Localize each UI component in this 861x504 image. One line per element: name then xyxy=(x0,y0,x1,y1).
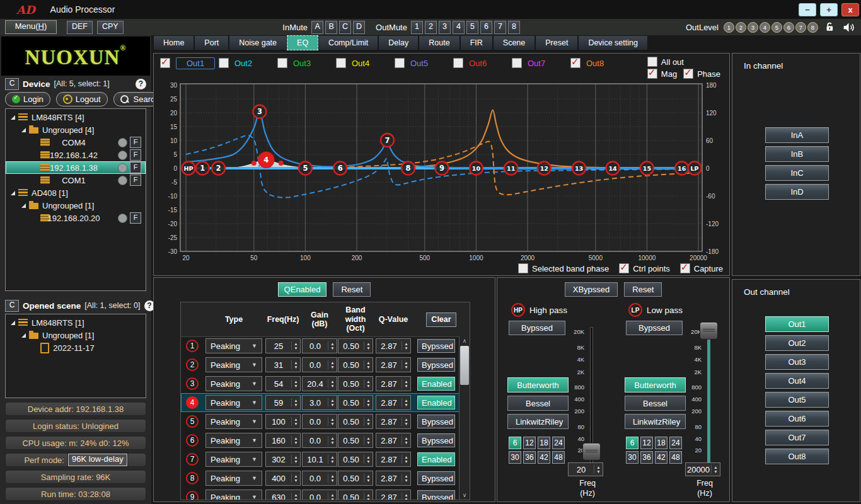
outmute-button-6[interactable]: 6 xyxy=(480,21,492,34)
spin-down-icon[interactable]: ▼ xyxy=(294,403,298,407)
spin-down-icon[interactable]: ▼ xyxy=(294,421,298,426)
freq-stepper[interactable]: 54▲▼ xyxy=(265,376,301,391)
channel-checkbox-out5[interactable] xyxy=(395,58,405,68)
tab-eq[interactable]: EQ xyxy=(287,35,318,50)
minimize-button[interactable]: − xyxy=(799,3,816,16)
eq-ctrl-point-6[interactable]: 6 xyxy=(333,162,347,175)
flag-button[interactable]: F xyxy=(130,162,141,173)
lp-slider-thumb[interactable] xyxy=(700,322,718,340)
tab-home[interactable]: Home xyxy=(153,35,194,50)
spin-up-icon[interactable]: ▲ xyxy=(294,474,298,478)
table-scrollbar[interactable]: ∧ ∨ xyxy=(459,336,470,500)
eq-ctrl-point-12[interactable]: 12 xyxy=(538,162,551,175)
spin-up-icon[interactable]: ▲ xyxy=(404,474,408,478)
xbypssed-button[interactable]: XBypssed xyxy=(565,282,618,297)
spinner-arrows[interactable]: ▲▼ xyxy=(402,474,410,483)
spinner-arrows[interactable]: ▲▼ xyxy=(364,455,373,464)
perf-mode-value[interactable]: 96K low-delay xyxy=(68,454,127,466)
spin-up-icon[interactable]: ▲ xyxy=(404,436,408,440)
outmute-button-1[interactable]: 1 xyxy=(411,21,423,34)
tab-preset[interactable]: Preset xyxy=(535,35,578,50)
tab-port[interactable]: Port xyxy=(194,35,229,50)
bandwidth-stepper[interactable]: 0.50▲▼ xyxy=(338,471,373,486)
spinner-arrows[interactable]: ▲▼ xyxy=(291,379,300,388)
band-state-button[interactable]: Enabled xyxy=(417,377,455,391)
spinner-arrows[interactable]: ▲▼ xyxy=(328,474,337,483)
outlevel-indicator-6[interactable]: 6 xyxy=(783,22,794,33)
spin-down-icon[interactable]: ▼ xyxy=(404,384,408,388)
freq-stepper[interactable]: 630▲▼ xyxy=(265,490,301,500)
device-help-icon[interactable]: ? xyxy=(136,79,146,89)
spinner-arrows[interactable]: ▲▼ xyxy=(328,360,337,369)
tab-device-setting[interactable]: Device setting xyxy=(578,35,648,50)
phase-checkbox[interactable] xyxy=(683,69,693,79)
gain-stepper[interactable]: 3.0▲▼ xyxy=(302,395,337,410)
channel-checkbox-out4[interactable] xyxy=(336,58,346,68)
freq-stepper[interactable]: 400▲▼ xyxy=(265,471,301,486)
scene-c-button[interactable]: C xyxy=(5,300,19,312)
tab-route[interactable]: Route xyxy=(419,35,459,50)
hp-filter-bessel[interactable]: Bessel xyxy=(507,396,569,411)
type-select[interactable]: Peaking▼ xyxy=(205,414,262,429)
gain-stepper[interactable]: 10.1▲▼ xyxy=(302,452,337,467)
expander-icon[interactable] xyxy=(21,333,26,338)
lp-slope-48[interactable]: 48 xyxy=(669,451,682,464)
spin-down-icon[interactable]: ▼ xyxy=(294,497,298,500)
bandwidth-stepper[interactable]: 0.50▲▼ xyxy=(338,414,373,429)
eq-band-row-4[interactable]: 4Peaking▼59▲▼3.0▲▼0.50▲▼2.87▲▼Enabled xyxy=(181,393,459,412)
type-select[interactable]: Peaking▼ xyxy=(205,357,262,372)
spin-down-icon[interactable]: ▼ xyxy=(714,469,717,474)
in-channel-button-inc[interactable]: InC xyxy=(765,165,829,181)
qvalue-stepper[interactable]: 2.87▲▼ xyxy=(376,471,411,486)
bandwidth-stepper[interactable]: 0.50▲▼ xyxy=(338,376,373,391)
spin-down-icon[interactable]: ▼ xyxy=(366,440,370,445)
spin-up-icon[interactable]: ▲ xyxy=(404,493,408,497)
eq-ctrl-point-LP[interactable]: LP xyxy=(688,162,702,175)
spinner-arrows[interactable]: ▲▼ xyxy=(364,360,373,369)
channel-checkbox-out1[interactable] xyxy=(160,58,170,68)
outmute-button-8[interactable]: 8 xyxy=(508,21,520,34)
spin-down-icon[interactable]: ▼ xyxy=(366,403,370,407)
spinner-arrows[interactable]: ▲▼ xyxy=(291,493,300,500)
outmute-button-5[interactable]: 5 xyxy=(466,21,478,34)
hp-bypass-button[interactable]: Bypssed xyxy=(509,321,565,335)
menu-button[interactable]: Menu(H) xyxy=(5,20,57,34)
spin-down-icon[interactable]: ▼ xyxy=(330,459,334,464)
spinner-arrows[interactable]: ▲▼ xyxy=(364,493,373,500)
lp-slope-42[interactable]: 42 xyxy=(655,451,667,464)
spinner-arrows[interactable]: ▲▼ xyxy=(402,379,410,388)
band-state-button[interactable]: Bypssed xyxy=(417,471,455,485)
hp-slope-6[interactable]: 6 xyxy=(509,437,521,449)
hp-slope-30[interactable]: 30 xyxy=(509,451,521,464)
band-state-button[interactable]: Bypssed xyxy=(417,415,455,428)
eq-ctrl-point-5[interactable]: 5 xyxy=(299,162,312,175)
eq-ctrl-point-10[interactable]: 10 xyxy=(470,162,483,175)
spin-up-icon[interactable]: ▲ xyxy=(404,455,408,459)
eq-band-row-7[interactable]: 7Peaking▼302▲▼10.1▲▼0.50▲▼2.87▲▼Enabled xyxy=(181,450,459,469)
spin-down-icon[interactable]: ▼ xyxy=(294,459,298,464)
hp-slider-thumb[interactable] xyxy=(582,443,601,461)
out-channel-button-out7[interactable]: Out7 xyxy=(765,430,829,445)
spinner-arrows[interactable]: ▲▼ xyxy=(364,379,373,388)
spin-down-icon[interactable]: ▼ xyxy=(294,346,298,350)
hp-slope-24[interactable]: 24 xyxy=(552,437,565,449)
lp-filter-bessel[interactable]: Bessel xyxy=(625,396,686,411)
out-channel-button-out1[interactable]: Out1 xyxy=(765,316,829,332)
spin-down-icon[interactable]: ▼ xyxy=(366,365,370,369)
spinner-arrows[interactable]: ▲▼ xyxy=(291,417,300,426)
in-channel-button-ina[interactable]: InA xyxy=(765,127,829,143)
scroll-up-icon[interactable]: ∧ xyxy=(459,336,470,345)
outmute-button-2[interactable]: 2 xyxy=(425,21,437,34)
qenabled-button[interactable]: QEnabled xyxy=(278,282,327,297)
freq-stepper[interactable]: 25▲▼ xyxy=(265,338,301,353)
channel-checkbox-out8[interactable] xyxy=(570,58,581,68)
spinner-arrows[interactable]: ▲▼ xyxy=(594,465,603,474)
eq-ctrl-point-2[interactable]: 2 xyxy=(212,162,225,175)
channel-checkbox-out7[interactable] xyxy=(512,58,522,68)
login-button[interactable]: Login xyxy=(5,92,50,106)
outmute-button-4[interactable]: 4 xyxy=(453,21,465,34)
bandwidth-stepper[interactable]: 0.50▲▼ xyxy=(338,490,373,500)
type-select[interactable]: Peaking▼ xyxy=(205,490,262,500)
expander-icon[interactable] xyxy=(11,321,15,325)
hp-slope-48[interactable]: 48 xyxy=(552,451,565,464)
